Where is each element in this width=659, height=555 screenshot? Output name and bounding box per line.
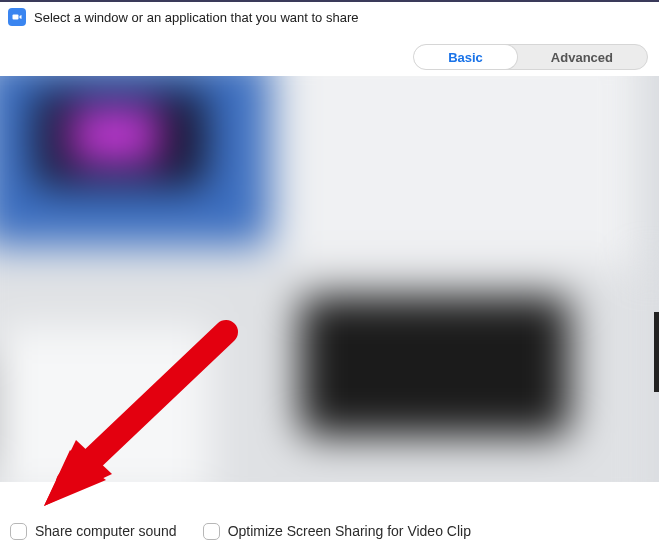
blurred-preview: [0, 76, 659, 482]
checkbox-box: [203, 523, 220, 540]
checkbox-label: Optimize Screen Sharing for Video Clip: [228, 523, 471, 539]
zoom-icon: [8, 8, 26, 26]
share-computer-sound-checkbox[interactable]: Share computer sound: [10, 523, 177, 540]
checkbox-label: Share computer sound: [35, 523, 177, 539]
tab-basic[interactable]: Basic: [414, 45, 517, 69]
tab-advanced[interactable]: Advanced: [517, 45, 647, 69]
bottom-options-bar: Share computer sound Optimize Screen Sha…: [0, 507, 659, 555]
svg-rect-0: [13, 15, 19, 20]
titlebar: Select a window or an application that y…: [0, 0, 659, 32]
window-title: Select a window or an application that y…: [34, 10, 358, 25]
share-source-grid[interactable]: [0, 76, 659, 482]
checkbox-box: [10, 523, 27, 540]
side-marker: [654, 312, 659, 392]
optimize-video-clip-checkbox[interactable]: Optimize Screen Sharing for Video Clip: [203, 523, 471, 540]
share-mode-tabs: Basic Advanced: [413, 44, 648, 70]
